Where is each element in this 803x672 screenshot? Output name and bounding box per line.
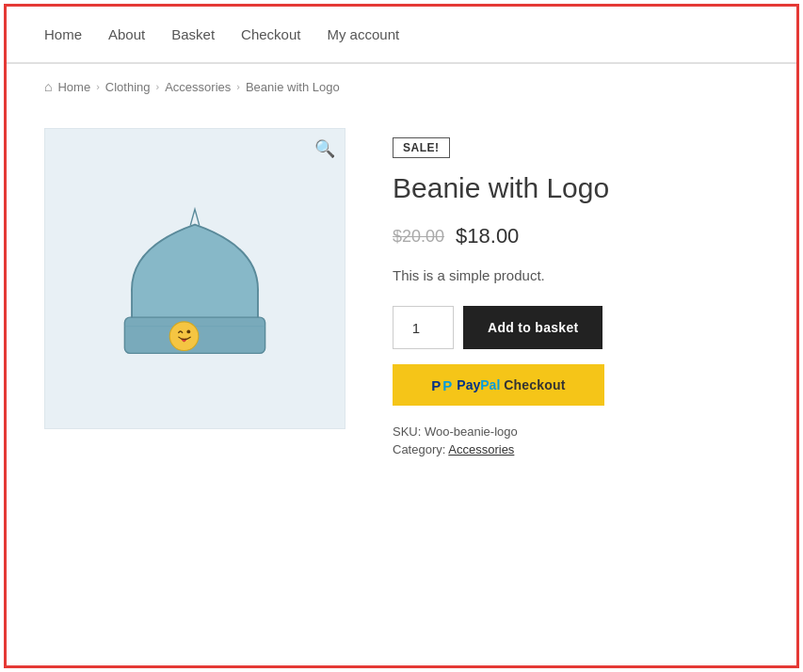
category-line: Category: Accessories (393, 442, 759, 456)
price-new: $18.00 (456, 224, 519, 248)
breadcrumb: ⌂ Home › Clothing › Accessories › Beanie… (7, 64, 796, 109)
price-wrap: $20.00 $18.00 (393, 224, 759, 248)
category-link[interactable]: Accessories (448, 442, 514, 456)
breadcrumb-sep-2: › (156, 81, 160, 92)
nav-about[interactable]: About (108, 26, 145, 42)
page-border: Home About Basket Checkout My account ⌂ … (4, 4, 799, 668)
product-image-container: 🔍 (44, 128, 345, 429)
paypal-name: PayPal (457, 377, 500, 392)
breadcrumb-home[interactable]: Home (57, 80, 90, 94)
nav-checkout[interactable]: Checkout (241, 26, 300, 42)
nav-basket[interactable]: Basket (171, 26, 215, 42)
zoom-icon[interactable]: 🔍 (314, 138, 335, 159)
product-image (101, 175, 289, 382)
breadcrumb-clothing[interactable]: Clothing (105, 80, 151, 94)
home-icon: ⌂ (44, 79, 52, 94)
paypal-p1: P (431, 377, 441, 393)
category-label: Category: (393, 442, 445, 456)
sale-badge: SALE! (393, 137, 450, 158)
sku-line: SKU: Woo-beanie-logo (393, 424, 759, 439)
product-meta: SKU: Woo-beanie-logo Category: Accessori… (393, 424, 759, 456)
add-to-basket-row: Add to basket (393, 306, 759, 349)
sku-label: SKU: (393, 424, 421, 439)
svg-point-3 (186, 330, 190, 334)
breadcrumb-accessories[interactable]: Accessories (165, 80, 231, 94)
nav-my-account[interactable]: My account (327, 26, 399, 42)
add-to-basket-button[interactable]: Add to basket (463, 306, 602, 349)
product-title: Beanie with Logo (393, 171, 759, 205)
paypal-p2: P (442, 377, 452, 393)
paypal-logo: PP PayPal (431, 377, 500, 393)
nav-home[interactable]: Home (44, 26, 82, 42)
product-description: This is a simple product. (393, 267, 759, 283)
main-nav: Home About Basket Checkout My account (7, 7, 796, 63)
product-info: SALE! Beanie with Logo $20.00 $18.00 Thi… (393, 128, 759, 460)
quantity-input[interactable] (393, 306, 454, 349)
paypal-checkout-text: Checkout (504, 377, 565, 392)
paypal-checkout-button[interactable]: PP PayPal Checkout (393, 364, 604, 406)
breadcrumb-sep-1: › (96, 81, 100, 92)
svg-point-2 (169, 322, 199, 351)
breadcrumb-sep-3: › (236, 81, 240, 92)
breadcrumb-current: Beanie with Logo (246, 80, 340, 94)
sku-value: Woo-beanie-logo (425, 424, 518, 439)
product-area: 🔍 (7, 109, 796, 498)
price-old: $20.00 (393, 227, 444, 247)
